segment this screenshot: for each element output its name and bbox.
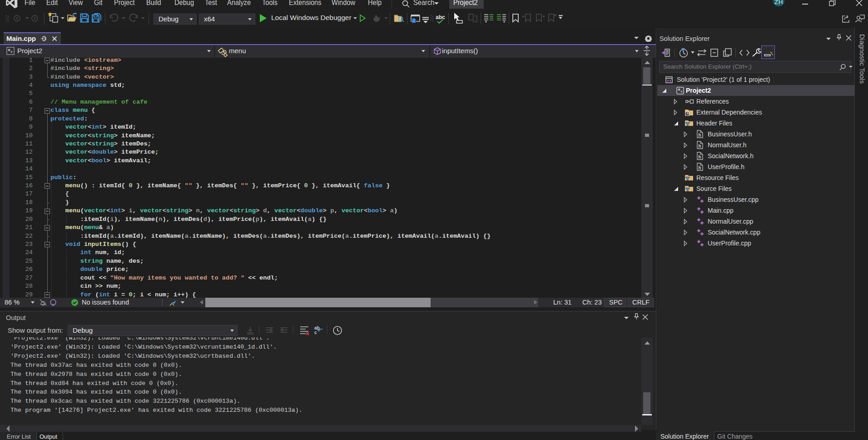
svg-text:h: h <box>699 144 701 149</box>
svg-text:c: c <box>314 330 317 335</box>
svg-text:h: h <box>699 155 701 160</box>
svg-text:h: h <box>699 133 701 138</box>
svg-text:h: h <box>699 165 701 170</box>
